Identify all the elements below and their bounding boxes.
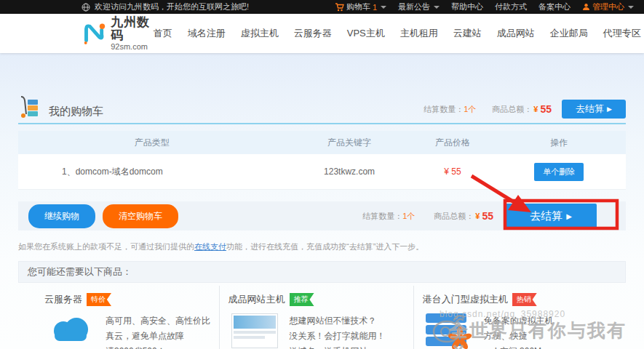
- notice-suffix: 功能，进行在线充值，充值成功按“去结算”进入下一步。: [226, 242, 424, 251]
- logo-icon: [82, 19, 106, 48]
- topbar-link-label: 备案中心: [538, 1, 571, 12]
- notice-prefix: 如果您在系统账上的款项不足，可通过我们提供的: [18, 242, 194, 251]
- balance-notice: 如果您在系统账上的款项不足，可通过我们提供的在线支付功能，进行在线充值，充值成功…: [18, 241, 626, 252]
- clear-cart-button[interactable]: 清空购物车: [103, 204, 178, 228]
- section-divider: [18, 123, 626, 124]
- topbar-menu: 购物车 1 最新公告 帮助中心 付款方式 备案中心: [335, 1, 634, 12]
- col-product-price: 产品价格: [413, 137, 493, 149]
- product-name-row: 港台入门型虚拟主机 热销: [423, 293, 619, 306]
- nav-host-rental[interactable]: 主机租用: [400, 27, 438, 40]
- cart-footer: 继续购物 清空购物车 结算数量： 1个 商品总额： ¥ 55 去结算 ▶: [18, 201, 626, 230]
- product-cloud-server: 云服务器 特价 查看详情 高可用、高安全、高性价比 真云，避免单: [18, 286, 219, 349]
- cart-summary-top: 结算数量： 1个 商品总额： ¥ 55 去结算 ▶: [424, 100, 626, 119]
- checkout-label: 去结算: [576, 103, 604, 116]
- product-ready-site-host: 成品网站主机 推荐 查看详情 想建网站但不懂技术？ 没关系！会打字就能用！ 送域…: [219, 286, 413, 349]
- checkout-button-top[interactable]: 去结算 ▶: [562, 100, 626, 119]
- website-thumbnail: [231, 313, 278, 348]
- product-name-row: 云服务器 特价: [44, 293, 212, 306]
- cell-product-keyword: 123tkwz.com: [285, 167, 413, 177]
- product-hk-virtual-host: 港台入门型虚拟主机 热销: [413, 286, 626, 349]
- hk-server-icon: [426, 313, 472, 349]
- cart-table-row: 1、domcom-域名domcom 123tkwz.com ¥ 55 单个删除: [18, 154, 626, 190]
- product-line: 没关系！会打字就能用！: [290, 329, 386, 344]
- total-label: 商品总额：: [434, 211, 474, 222]
- product-name[interactable]: 成品网站主机: [228, 293, 285, 306]
- topbar-cart-link[interactable]: 购物车 1: [335, 1, 386, 12]
- site-header: 九州数码 92sm.com 首页 域名注册 虚拟主机 云服务器 VPS主机 主机…: [0, 14, 644, 53]
- product-line: 高可用、高安全、高性价比: [106, 313, 210, 329]
- product-line: 免备案的虚拟主机: [484, 313, 554, 329]
- nav-site-builder[interactable]: 云建站: [453, 27, 482, 40]
- cart-table-header: 产品类型 产品关键字 产品价格 操作: [18, 131, 626, 154]
- trolley-icon: [18, 95, 43, 119]
- cell-product-price: ¥ 55: [413, 167, 493, 177]
- cloud-icon: [47, 313, 94, 347]
- product-name[interactable]: 港台入门型虚拟主机: [423, 293, 508, 306]
- caret-down-icon: [628, 6, 634, 9]
- hot-sale-badge: 热销: [512, 293, 537, 306]
- continue-shopping-button[interactable]: 继续购物: [28, 204, 95, 228]
- topbar-link-announcements[interactable]: 最新公告: [398, 1, 440, 12]
- arrow-right-icon: ▶: [566, 212, 572, 220]
- topbar-link-icp[interactable]: 备案中心: [538, 1, 571, 12]
- cell-action: 单个删除: [492, 163, 626, 181]
- recommended-badge: 推荐: [290, 293, 314, 306]
- currency-symbol: ¥: [533, 105, 538, 113]
- product-description: 高可用、高安全、高性价比 真云，避免单点故障 满3000省500！ 特价:45元…: [106, 313, 210, 349]
- topbar-cart-label: 购物车: [346, 1, 370, 12]
- topbar-welcome-area: 欢迎访问九州数码，开始您的互联网之旅吧!: [82, 1, 249, 12]
- nav-agent[interactable]: 代理专区: [603, 27, 641, 40]
- nav-virtual-host[interactable]: 虚拟主机: [241, 27, 279, 40]
- nav-home[interactable]: 首页: [154, 27, 172, 40]
- nav-ready-site[interactable]: 成品网站: [497, 27, 535, 40]
- cart-icon: [335, 3, 344, 12]
- cart-summary-bottom: 结算数量： 1个 商品总额： ¥ 55 去结算 ▶: [362, 204, 616, 228]
- topbar: 欢迎访问九州数码，开始您的互联网之旅吧! 购物车 1 最新公告 帮助中心 付款方…: [0, 0, 644, 14]
- cell-product-type: 1、domcom-域名domcom: [18, 166, 285, 178]
- product-name-row: 成品网站主机 推荐: [228, 293, 406, 306]
- checkout-button-main[interactable]: 去结算 ▶: [505, 204, 597, 228]
- welcome-text: 欢迎访问九州数码，开始您的互联网之旅吧!: [95, 1, 249, 12]
- topbar-link-payment[interactable]: 付款方式: [495, 1, 527, 12]
- topbar-link-help[interactable]: 帮助中心: [451, 1, 483, 12]
- nav-domain[interactable]: 域名注册: [188, 27, 226, 40]
- topbar-link-label: 帮助中心: [451, 1, 483, 12]
- qty-label: 结算数量：: [424, 104, 464, 115]
- product-line: 真云，避免单点故障: [106, 329, 210, 344]
- online-payment-link[interactable]: 在线支付: [194, 242, 226, 251]
- logo-text: 九州数码 92sm.com: [111, 16, 154, 51]
- topbar-admin-center[interactable]: 管理中心: [582, 1, 634, 12]
- cart-header: 我的购物车 结算数量： 1个 商品总额： ¥ 55 去结算 ▶: [18, 53, 626, 119]
- globe-icon: [82, 3, 90, 12]
- qty-label: 结算数量：: [362, 211, 402, 222]
- qty-value: 1个: [464, 104, 476, 115]
- qty-value: 1个: [402, 211, 415, 222]
- page: 欢迎访问九州数码，开始您的互联网之旅吧! 购物车 1 最新公告 帮助中心 付款方…: [0, 0, 644, 349]
- page-body: 我的购物车 结算数量： 1个 商品总额： ¥ 55 去结算 ▶ 产品类型 产品关…: [0, 53, 644, 349]
- product-description: 免备案的虚拟主机 方便、快捷 ！ web空间:300M 特价:: [484, 313, 554, 349]
- product-name[interactable]: 云服务器: [44, 293, 82, 306]
- product-line: 想建网站但不懂技术？: [290, 313, 386, 329]
- user-icon: [582, 3, 590, 11]
- product-line: 送域名、送手机网站: [290, 344, 386, 349]
- cart-title-text: 我的购物车: [49, 105, 103, 119]
- topbar-link-label: 最新公告: [398, 1, 430, 12]
- col-action: 操作: [492, 137, 626, 149]
- logo[interactable]: 九州数码 92sm.com: [82, 16, 154, 51]
- nav-mail[interactable]: 企业邮局: [550, 27, 588, 40]
- delete-item-button[interactable]: 单个删除: [534, 163, 584, 181]
- arrow-right-icon: ▶: [607, 105, 612, 113]
- topbar-cart-count: 1: [373, 3, 377, 12]
- caret-down-icon: [381, 6, 386, 9]
- recommend-title: 您可能还需要以下商品：: [18, 261, 626, 283]
- product-line: 满3000省500！: [106, 344, 210, 349]
- logo-domain: 92sm.com: [111, 42, 154, 51]
- bauhinia-flower-icon: [448, 326, 472, 349]
- col-product-keyword: 产品关键字: [285, 137, 413, 149]
- product-line: web空间:300M: [484, 344, 554, 349]
- product-description: 想建网站但不懂技术？ 没关系！会打字就能用！ 送域名、送手机网站 特价:540元: [290, 313, 386, 349]
- nav-vps[interactable]: VPS主机: [347, 27, 385, 40]
- cart-title: 我的购物车: [18, 95, 103, 119]
- logo-title: 九州数码: [111, 16, 154, 42]
- nav-cloud-server[interactable]: 云服务器: [294, 27, 332, 40]
